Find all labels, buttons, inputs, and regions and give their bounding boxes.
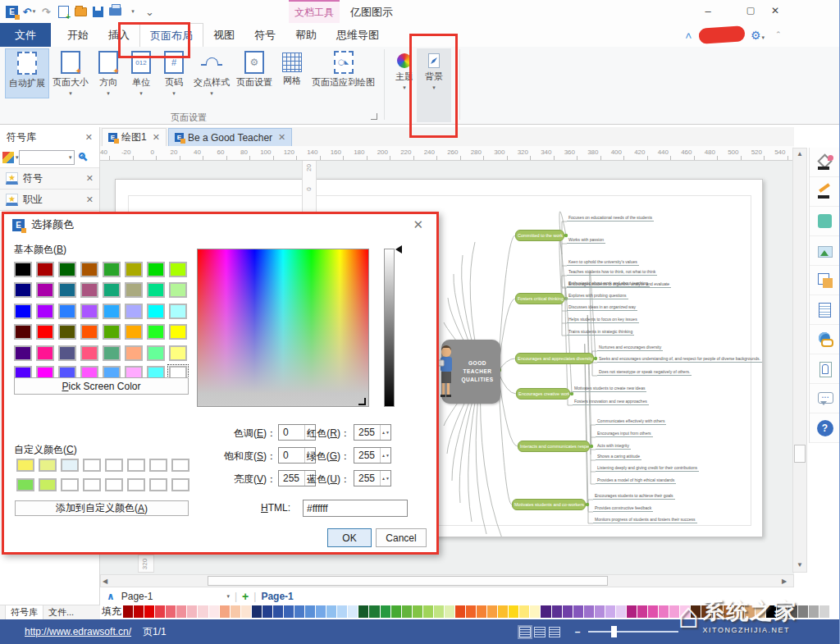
mindmap-topic[interactable]: Motivates students and co-workers (512, 499, 586, 510)
right-panel-item[interactable] (810, 266, 840, 295)
palette-swatch[interactable] (402, 605, 412, 618)
ribbon-button-page-number[interactable]: #页码▾ (158, 48, 190, 97)
palette-swatch[interactable] (734, 605, 744, 618)
custom-color-swatch[interactable] (127, 459, 145, 472)
mindmap-topic[interactable]: Fosters critical thinking (515, 293, 564, 304)
right-panel-item[interactable] (810, 295, 840, 325)
tab-file[interactable]: 文件 (0, 23, 51, 47)
ok-button[interactable]: OK (327, 528, 372, 547)
palette-swatch[interactable] (530, 605, 540, 618)
basic-color-swatch[interactable] (36, 262, 54, 277)
mindmap-sub-item[interactable]: Encourages students to achieve their goa… (593, 493, 675, 500)
ribbon-button-page-size[interactable]: ✦页面大小▾ (49, 48, 92, 97)
mindmap-sub-item[interactable]: Fosters innovation and new approaches (573, 399, 649, 405)
palette-swatch[interactable] (756, 605, 765, 618)
custom-color-swatch[interactable] (16, 459, 34, 472)
ribbon-button-grid[interactable]: 网格 (276, 48, 308, 95)
custom-color-swatch[interactable] (16, 478, 34, 491)
palette-swatch[interactable] (766, 605, 776, 618)
vertical-scrollbar[interactable]: ▲ ▼ (792, 148, 807, 573)
palette-swatch[interactable] (830, 605, 840, 618)
dialog-launcher-icon[interactable] (371, 113, 377, 120)
basic-color-swatch[interactable] (125, 345, 143, 361)
tab-insert[interactable]: 插入 (98, 23, 139, 47)
mindmap-sub-item[interactable]: Monitors progress of students and foster… (593, 517, 697, 523)
palette-swatch[interactable] (724, 605, 733, 618)
palette-swatch[interactable] (809, 605, 819, 618)
palette-swatch[interactable] (466, 605, 476, 618)
save-icon[interactable] (91, 4, 105, 19)
basic-color-swatch[interactable] (80, 262, 98, 277)
mindmap-sub-item[interactable]: Nurtures and encourages diversity (597, 345, 663, 351)
basic-color-swatch[interactable] (58, 345, 76, 361)
mindmap-sub-item[interactable]: Shows a caring attitude (596, 454, 641, 460)
basic-color-swatch[interactable] (58, 304, 76, 319)
settings-gear-icon[interactable]: ⚙▾ (751, 29, 765, 42)
palette-swatch[interactable] (541, 605, 550, 618)
palette-swatch[interactable] (209, 605, 219, 618)
mindmap-sub-item[interactable]: Discusses ideas in an organized way (567, 304, 637, 311)
basic-color-swatch[interactable] (14, 345, 32, 361)
zoom-slider[interactable] (588, 631, 678, 633)
basic-color-swatch[interactable] (103, 304, 121, 319)
custom-color-swatch[interactable] (149, 459, 167, 472)
palette-swatch[interactable] (445, 605, 454, 618)
palette-swatch[interactable] (144, 605, 154, 618)
tab-symbols[interactable]: 符号 (244, 23, 285, 47)
tab-file[interactable]: 文件... (43, 605, 79, 619)
mindmap-sub-item[interactable]: Trains students in strategic thinking (567, 329, 634, 336)
sidebar-panel-2[interactable]: ★职业✕ (0, 190, 99, 211)
palette-swatch[interactable] (187, 605, 197, 618)
search-input[interactable]: ▾ (19, 150, 75, 165)
palette-swatch[interactable] (369, 605, 379, 618)
palette-swatch[interactable] (294, 605, 304, 618)
custom-color-swatch[interactable] (171, 459, 189, 472)
palette-swatch[interactable] (477, 605, 486, 618)
right-panel-item[interactable] (810, 148, 840, 177)
custom-color-swatch[interactable] (127, 478, 145, 491)
cancel-button[interactable]: Cancel (376, 528, 427, 547)
basic-color-swatch[interactable] (36, 324, 54, 340)
palette-swatch[interactable] (123, 605, 133, 618)
right-panel-item[interactable] (810, 177, 840, 207)
collapse-panel-icon[interactable]: ∧ (107, 591, 115, 602)
palette-swatch[interactable] (413, 605, 422, 618)
palette-swatch[interactable] (669, 605, 679, 618)
basic-color-swatch[interactable] (36, 304, 54, 319)
vertical-scrollbar-thumb[interactable] (794, 445, 806, 463)
palette-swatch[interactable] (584, 605, 594, 618)
hue-saturation-picker[interactable] (197, 249, 369, 407)
value-slider-arrow[interactable] (395, 245, 402, 253)
library-icon[interactable] (2, 152, 14, 163)
redo-icon[interactable]: ↷ (39, 4, 53, 19)
mindmap-sub-item[interactable]: Provides constructive feedback (593, 505, 653, 512)
palette-swatch[interactable] (262, 605, 272, 618)
mindmap-sub-item[interactable]: Keen to uphold the university's values (567, 259, 639, 266)
horizontal-scrollbar[interactable]: ◀ ▶ (100, 574, 794, 587)
right-panel-item[interactable] (810, 325, 840, 354)
pick-screen-color-button[interactable]: Pick Screen Color (14, 377, 189, 395)
close-button[interactable]: ✕ (767, 5, 783, 16)
basic-color-swatch[interactable] (14, 262, 32, 277)
ribbon-button-fit-page-to-drawing[interactable]: ◯◣页面适应到绘图 (308, 48, 378, 97)
palette-swatch[interactable] (701, 605, 711, 618)
palette-swatch[interactable] (273, 605, 283, 618)
basic-color-swatch[interactable] (14, 304, 32, 319)
palette-swatch[interactable] (819, 605, 829, 618)
palette-swatch[interactable] (326, 605, 336, 618)
collapse-ribbon-icon[interactable]: ⌃ (775, 30, 782, 39)
mindmap-sub-item[interactable]: Encourages students to organize, analyse… (567, 281, 671, 288)
basic-color-swatch[interactable] (80, 324, 98, 340)
basic-color-swatch[interactable] (125, 262, 143, 277)
tab-close-icon[interactable]: ✕ (278, 132, 285, 143)
palette-swatch[interactable] (305, 605, 315, 618)
page-list-chevron-icon[interactable]: ▾ (226, 593, 230, 600)
basic-color-swatch[interactable] (169, 282, 187, 298)
mindmap-sub-item[interactable]: Does not stereotype or speak negatively … (597, 369, 692, 376)
palette-swatch[interactable] (798, 605, 808, 618)
palette-swatch[interactable] (220, 605, 230, 618)
palette-swatch[interactable] (605, 605, 615, 618)
palette-swatch[interactable] (391, 605, 401, 618)
palette-swatch[interactable] (563, 605, 573, 618)
mindmap-topic[interactable]: Encourages and appreciates diversity (515, 353, 594, 364)
